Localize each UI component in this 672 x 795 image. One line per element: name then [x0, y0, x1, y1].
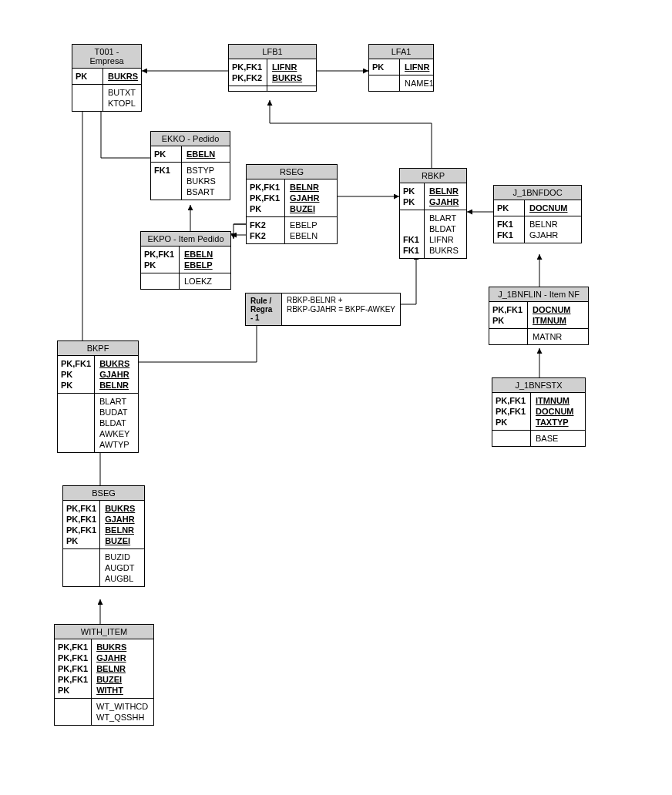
- entity-title: WITH_ITEM: [55, 625, 153, 639]
- attr-fields: BSTYP BUKRS BSART: [182, 163, 220, 200]
- pk-keys: PK: [72, 69, 103, 84]
- entity-lfb1: LFB1 PK,FK1 PK,FK2 LIFNR BUKRS: [228, 44, 317, 92]
- attr-keys: [58, 394, 95, 452]
- entity-ekko: EKKO - Pedido PK EBELN FK1 BSTYP BUKRS B…: [150, 131, 230, 200]
- entity-t001: T001 - Empresa PK BUKRS BUTXT KTOPL: [72, 44, 142, 112]
- attr-fields: NAME1: [400, 75, 438, 91]
- pk-fields: ITMNUM DOCNUM TAXTYP: [536, 396, 574, 427]
- attr-keys: [489, 329, 528, 344]
- er-diagram-canvas: T001 - Empresa PK BUKRS BUTXT KTOPL LFB1…: [0, 0, 672, 795]
- pk-fields: DOCNUM: [529, 203, 568, 213]
- note-text: RBKP-BELNR + RBKP-GJAHR = BKPF-AWKEY: [282, 294, 400, 325]
- pk-keys: PK: [369, 59, 400, 75]
- pk-fields: BUKRS GJAHR BELNR BUZEI WITHT: [96, 642, 126, 695]
- attr-fields: BLART BUDAT BLDAT AWKEY AWTYP: [95, 394, 134, 452]
- entity-title: BSEG: [63, 486, 144, 501]
- pk-keys: PK,FK1 PK,FK1 PK: [492, 393, 531, 430]
- entity-title: RSEG: [247, 165, 337, 179]
- attr-keys: [63, 549, 100, 586]
- entity-bkpf: BKPF PK,FK1 PK PK BUKRS GJAHR BELNR BLAR…: [57, 340, 139, 453]
- pk-keys: PK,FK1 PK: [141, 247, 180, 273]
- attr-keys: FK1 FK1: [494, 216, 525, 243]
- entity-rseg: RSEG PK,FK1 PK,FK1 PK BELNR GJAHR BUZEI …: [246, 164, 338, 244]
- entity-rbkp: RBKP PK PK BELNR GJAHR FK1 FK1 BLART BLD…: [399, 168, 467, 259]
- attr-keys: [55, 699, 92, 725]
- pk-keys: PK,FK1 PK,FK1 PK: [247, 179, 285, 216]
- pk-keys: PK,FK1 PK,FK1 PK,FK1 PK,FK1 PK: [55, 639, 92, 698]
- attr-fields: BUTXT KTOPL: [103, 85, 140, 111]
- note-label: Rule / Regra - 1: [246, 294, 282, 325]
- pk-keys: PK: [494, 200, 525, 216]
- attr-keys: FK2 FK2: [247, 217, 285, 243]
- attr-fields: EBELP EBELN: [285, 217, 322, 243]
- attr-fields: WT_WITHCD WT_QSSHH: [92, 699, 153, 725]
- pk-keys: PK PK: [400, 183, 425, 210]
- pk-keys: PK,FK1 PK: [489, 302, 528, 328]
- entity-title: EKPO - Item Pedido: [141, 232, 230, 247]
- pk-fields: BUKRS GJAHR BELNR BUZEI: [105, 504, 135, 545]
- attr-fields: MATNR: [528, 329, 566, 344]
- pk-fields: EBELN: [186, 149, 215, 159]
- attr-keys: FK1 FK1: [400, 210, 425, 258]
- entity-title: LFB1: [229, 45, 316, 59]
- rule-note: Rule / Regra - 1 RBKP-BELNR + RBKP-GJAHR…: [245, 293, 401, 326]
- entity-title: EKKO - Pedido: [151, 132, 230, 146]
- pk-fields: BELNR GJAHR BUZEI: [290, 183, 320, 213]
- attr-fields: BASE: [531, 431, 563, 446]
- attr-fields: BELNR GJAHR: [525, 216, 563, 243]
- attr-fields: BUZID AUGDT AUGBL: [100, 549, 139, 586]
- entity-lfa1: LFA1 PK LIFNR NAME1: [368, 44, 434, 92]
- entity-bseg: BSEG PK,FK1 PK,FK1 PK,FK1 PK BUKRS GJAHR…: [62, 485, 145, 587]
- entity-j1bnfdoc: J_1BNFDOC PK DOCNUM FK1 FK1 BELNR GJAHR: [493, 185, 582, 243]
- entity-title: J_1BNFSTX: [492, 378, 585, 393]
- attr-fields: BLART BLDAT LIFNR BUKRS: [425, 210, 463, 258]
- pk-fields: EBELN EBELP: [184, 250, 213, 270]
- entity-ekpo: EKPO - Item Pedido PK,FK1 PK EBELN EBELP…: [140, 231, 231, 290]
- pk-fields: BUKRS GJAHR BELNR: [99, 359, 129, 390]
- pk-fields: LIFNR: [405, 62, 429, 72]
- entity-withitem: WITH_ITEM PK,FK1 PK,FK1 PK,FK1 PK,FK1 PK…: [54, 624, 154, 726]
- pk-fields: LIFNR BUKRS: [272, 62, 302, 82]
- entity-title: BKPF: [58, 341, 138, 356]
- entity-j1bnflin: J_1BNFLIN - Item NF PK,FK1 PK DOCNUM ITM…: [489, 287, 589, 345]
- attr-keys: [72, 85, 103, 111]
- attr-fields: [267, 86, 277, 91]
- entity-j1bnfstx: J_1BNFSTX PK,FK1 PK,FK1 PK ITMNUM DOCNUM…: [492, 377, 586, 447]
- attr-keys: [141, 273, 180, 289]
- entity-title: RBKP: [400, 169, 466, 183]
- attr-keys: [369, 75, 400, 91]
- attr-keys: [492, 431, 531, 446]
- pk-keys: PK: [151, 146, 182, 162]
- pk-fields: BELNR GJAHR: [429, 186, 459, 206]
- entity-title: LFA1: [369, 45, 433, 59]
- entity-title: T001 - Empresa: [72, 45, 141, 69]
- pk-keys: PK,FK1 PK,FK1 PK,FK1 PK: [63, 501, 100, 548]
- pk-keys: PK,FK1 PK,FK2: [229, 59, 267, 86]
- pk-fields: DOCNUM ITMNUM: [533, 305, 571, 325]
- entity-title: J_1BNFDOC: [494, 186, 581, 200]
- attr-keys: FK1: [151, 163, 182, 200]
- entity-title: J_1BNFLIN - Item NF: [489, 287, 588, 302]
- attr-fields: LOEKZ: [180, 273, 217, 289]
- pk-keys: PK,FK1 PK PK: [58, 356, 95, 393]
- attr-keys: [229, 86, 267, 91]
- pk-fields: BUKRS: [108, 72, 138, 81]
